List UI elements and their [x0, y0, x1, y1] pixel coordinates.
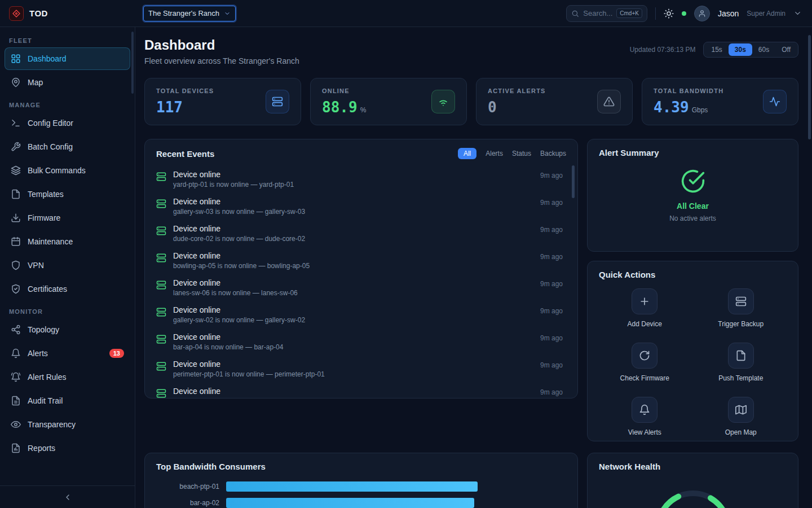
- sun-icon: [664, 8, 674, 19]
- event-detail: yard-ptp-01 is now online — yard-ptp-01: [173, 181, 533, 189]
- sidebar-item-batch-config[interactable]: Batch Config: [5, 135, 130, 158]
- refresh-option-60s[interactable]: 60s: [752, 43, 775, 56]
- sidebar-item-bulk-commands[interactable]: Bulk Commands: [5, 159, 130, 182]
- site-selector[interactable]: The Stranger's Ranch: [143, 6, 236, 21]
- connection-status-dot: [682, 11, 686, 16]
- event-time: 9m ago: [540, 280, 563, 288]
- event-row[interactable]: Device onlinebowling-ap-05 is now online…: [156, 247, 563, 274]
- event-time: 9m ago: [540, 226, 563, 234]
- event-row[interactable]: Device onlinegallery-sw-03 is now online…: [156, 193, 563, 220]
- sidebar-item-label: Reports: [28, 444, 55, 453]
- quick-actions-card: Quick Actions Add Device Trigger Backup …: [587, 261, 798, 441]
- refresh-option-off[interactable]: Off: [775, 43, 797, 56]
- recent-events-title: Recent Events: [156, 149, 214, 159]
- event-title: Device online: [173, 387, 533, 396]
- sidebar-item-transparency[interactable]: Transparency: [5, 413, 130, 436]
- quick-actions-title: Quick Actions: [599, 270, 655, 279]
- tab-status[interactable]: Status: [512, 150, 531, 157]
- event-detail: bar-ap-04 is now online — bar-ap-04: [173, 343, 533, 351]
- sidebar-item-certificates[interactable]: Certificates: [5, 278, 130, 300]
- network-health-title: Network Health: [599, 462, 660, 471]
- refresh-option-15s[interactable]: 15s: [705, 43, 728, 56]
- plus-icon: [632, 288, 657, 314]
- shield-check-icon: [11, 284, 21, 294]
- event-row[interactable]: Device onlineperimeter-ptp-01 is now onl…: [156, 356, 563, 383]
- sidebar-item-label: Audit Trail: [28, 396, 63, 405]
- page-subtitle: Fleet overview across The Stranger's Ran…: [144, 56, 299, 65]
- add-device-button[interactable]: Add Device: [597, 288, 693, 328]
- eye-icon: [11, 419, 21, 430]
- app-title: TOD: [29, 8, 48, 18]
- event-row[interactable]: Device online 9m ago: [156, 383, 563, 398]
- avatar[interactable]: [694, 6, 710, 21]
- tab-backups[interactable]: Backups: [540, 150, 566, 157]
- event-title: Device online: [173, 278, 533, 287]
- check-firmware-button[interactable]: Check Firmware: [597, 343, 693, 382]
- server-icon: [156, 388, 166, 398]
- server-icon: [156, 361, 166, 371]
- event-tabs: All Alerts Status Backups: [458, 148, 566, 159]
- event-time: 9m ago: [540, 253, 563, 261]
- stat-label: TOTAL BANDWIDTH: [654, 87, 723, 94]
- event-row[interactable]: Device onlinegallery-sw-02 is now online…: [156, 301, 563, 329]
- event-title: Device online: [173, 332, 533, 341]
- server-icon: [156, 280, 166, 290]
- refresh-option-30s[interactable]: 30s: [729, 43, 752, 56]
- chevron-left-icon: [63, 493, 72, 502]
- sidebar-item-label: Certificates: [28, 284, 67, 294]
- sidebar-section-manage: MANAGE: [9, 102, 126, 108]
- event-row[interactable]: Device onlinebar-ap-04 is now online — b…: [156, 329, 563, 356]
- alerts-count-badge: 13: [109, 349, 124, 358]
- server-icon: [156, 307, 166, 317]
- sidebar-item-vpn[interactable]: VPN: [5, 254, 130, 277]
- tab-alerts[interactable]: Alerts: [486, 150, 503, 157]
- user-icon: [698, 10, 706, 17]
- open-map-button[interactable]: Open Map: [693, 397, 789, 436]
- sidebar-collapse-button[interactable]: [0, 485, 135, 508]
- bandwidth-bar: [226, 498, 474, 508]
- sidebar-item-map[interactable]: Map: [5, 71, 130, 94]
- event-detail: bowling-ap-05 is now online — bowling-ap…: [173, 262, 533, 270]
- tab-all[interactable]: All: [458, 148, 476, 159]
- server-icon: [266, 90, 289, 113]
- sidebar-item-maintenance[interactable]: Maintenance: [5, 230, 130, 253]
- sidebar-item-label: Batch Config: [28, 142, 73, 151]
- sidebar-item-topology[interactable]: Topology: [5, 318, 130, 341]
- theme-toggle-button[interactable]: [664, 8, 674, 19]
- page-scrollbar[interactable]: [808, 35, 811, 139]
- event-detail: perimeter-ptp-01 is now online — perimet…: [173, 370, 533, 378]
- push-template-button[interactable]: Push Template: [693, 343, 789, 382]
- search-input[interactable]: Search... Cmd+K: [566, 5, 647, 22]
- event-title: Device online: [173, 224, 533, 233]
- sidebar-item-alerts[interactable]: Alerts 13: [5, 342, 130, 365]
- event-row[interactable]: Device onlineyard-ptp-01 is now online —…: [156, 166, 563, 193]
- trigger-backup-button[interactable]: Trigger Backup: [693, 288, 789, 328]
- sidebar-item-label: VPN: [28, 261, 44, 270]
- stat-value: 117: [156, 99, 183, 116]
- quick-action-label: Check Firmware: [620, 374, 669, 382]
- sidebar-item-config-editor[interactable]: Config Editor: [5, 112, 130, 134]
- sidebar-item-templates[interactable]: Templates: [5, 183, 130, 205]
- sidebar-item-audit-trail[interactable]: Audit Trail: [5, 389, 130, 412]
- user-menu-button[interactable]: [793, 9, 802, 17]
- sidebar-item-reports[interactable]: Reports: [5, 437, 130, 459]
- view-alerts-button[interactable]: View Alerts: [597, 397, 693, 436]
- event-row[interactable]: Device onlinelanes-sw-06 is now online —…: [156, 274, 563, 301]
- bell-icon: [11, 348, 21, 358]
- refresh-icon: [632, 343, 657, 369]
- alert-status-detail: No active alerts: [669, 214, 716, 222]
- sidebar-item-label: Firmware: [28, 213, 60, 222]
- server-icon: [728, 288, 754, 314]
- wifi-icon: [431, 90, 455, 113]
- sidebar-item-firmware[interactable]: Firmware: [5, 207, 130, 229]
- sidebar-item-dashboard[interactable]: Dashboard: [5, 47, 130, 70]
- search-placeholder: Search...: [583, 9, 612, 17]
- file-icon: [728, 343, 754, 369]
- sidebar-scrollbar[interactable]: [131, 32, 134, 94]
- sidebar-item-alert-rules[interactable]: Alert Rules: [5, 366, 130, 388]
- events-scrollbar[interactable]: [572, 165, 575, 198]
- event-title: Device online: [173, 251, 533, 260]
- event-row[interactable]: Device onlinedude-core-02 is now online …: [156, 220, 563, 247]
- event-detail: gallery-sw-02 is now online — gallery-sw…: [173, 316, 533, 324]
- bandwidth-title: Top Bandwidth Consumers: [156, 462, 266, 471]
